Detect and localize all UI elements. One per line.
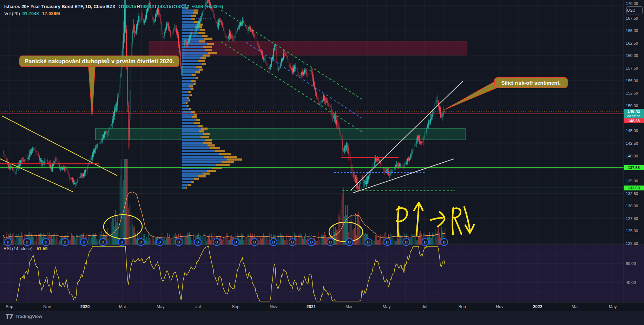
svg-text:D: D bbox=[405, 240, 408, 244]
symbol-title[interactable]: Ishares 20+ Year Treasury Bond ETF, 1D, … bbox=[4, 4, 116, 9]
price-axis-label: 130.00 bbox=[626, 204, 638, 208]
time-axis-label: May bbox=[609, 304, 617, 309]
price-axis-label: 150.00 bbox=[626, 104, 638, 108]
time-axis-label: May bbox=[157, 304, 165, 309]
time-axis-label: Mar bbox=[346, 304, 353, 309]
svg-text:D: D bbox=[386, 240, 389, 244]
time-axis-label: Nov bbox=[270, 304, 277, 309]
price-axis-label: 142.50 bbox=[626, 141, 638, 145]
support-level-badge-133: 133.68 bbox=[624, 186, 644, 190]
price-axis-label: 167.50 bbox=[626, 16, 638, 20]
price-axis-label: 122.50 bbox=[626, 241, 638, 246]
time-axis-label: Jul bbox=[422, 304, 427, 309]
time-axis-label: Sep bbox=[232, 304, 239, 309]
volume-bars bbox=[3, 159, 445, 245]
price-axis-label: 155.00 bbox=[626, 79, 638, 83]
callout-risk-off-text: Sílící risk-off sentiment. bbox=[501, 80, 560, 86]
ohlc-value: 148.15 bbox=[157, 4, 171, 9]
svg-text:D: D bbox=[139, 240, 142, 244]
last-price-badge: 148.42 06:27:56 bbox=[624, 109, 644, 118]
time-axis-label: Jul bbox=[195, 304, 201, 309]
svg-text:D: D bbox=[215, 240, 218, 244]
svg-text:D: D bbox=[196, 240, 199, 244]
price-axis-label: 140.00 bbox=[626, 154, 638, 158]
tradingview-logo-text: TradingView bbox=[15, 314, 42, 319]
chart-canvas[interactable]: DDDDDDDDDDDDDDDDDDDDDDDD bbox=[0, 0, 644, 325]
price-axis-label: 160.00 bbox=[626, 53, 638, 58]
price-axis-label: 135.00 bbox=[626, 179, 638, 183]
ohlc-value: 148.42 bbox=[175, 4, 189, 9]
tradingview-logo[interactable]: TradingView bbox=[6, 314, 42, 319]
rsi-pane-background bbox=[0, 245, 644, 302]
rsi-value: 51.59 bbox=[37, 246, 47, 251]
symbol-legend[interactable]: Ishares 20+ Year Treasury Bond ETF, 1D, … bbox=[4, 3, 223, 17]
callout-panic-buying[interactable]: Panické nakupování dluhopisů v prvním čt… bbox=[19, 56, 179, 67]
time-axis-label: Mar bbox=[119, 304, 126, 309]
svg-text:D: D bbox=[101, 240, 104, 244]
time-axis-label: Mar bbox=[572, 304, 579, 309]
price-axis-label: 40.00 bbox=[626, 280, 636, 285]
legend-row-main: Ishares 20+ Year Treasury Bond ETF, 1D, … bbox=[4, 3, 223, 10]
volume-label[interactable]: Vol (20) bbox=[4, 11, 20, 16]
price-axis-label: 125.00 bbox=[626, 229, 638, 233]
time-axis-label: Sep bbox=[458, 304, 466, 309]
legend-row-volume: Vol (20) 91.704K 17.036M bbox=[4, 10, 223, 17]
ohlc-value: 148.15 bbox=[122, 4, 136, 9]
price-axis-label: 165.00 bbox=[626, 28, 638, 33]
bar-countdown: 06:27:56 bbox=[624, 114, 644, 118]
time-axis[interactable] bbox=[0, 303, 644, 311]
svg-text:D: D bbox=[26, 240, 28, 244]
last-price-value: 148.42 bbox=[624, 109, 644, 114]
svg-text:D: D bbox=[177, 240, 180, 244]
alert-price-badge: 148.38 bbox=[624, 118, 644, 123]
price-axis-label: 60.00 bbox=[626, 261, 636, 266]
rsi-legend[interactable]: RSI (14, close) 51.59 bbox=[4, 246, 47, 251]
ohlc-key: L bbox=[155, 4, 157, 9]
change-value: +0.64 (+0.43%) bbox=[192, 4, 223, 9]
price-axis-label: 157.50 bbox=[626, 66, 638, 70]
svg-text:D: D bbox=[310, 240, 313, 244]
volume-ma-value: 17.036M bbox=[42, 11, 60, 16]
ohlc-values: O148.15H148.42L148.15C148.42 bbox=[118, 4, 189, 9]
time-axis-label: Nov bbox=[496, 304, 503, 309]
svg-text:D: D bbox=[64, 240, 66, 244]
svg-text:D: D bbox=[329, 240, 332, 244]
callout-risk-off[interactable]: Sílící risk-off sentiment. bbox=[494, 77, 568, 88]
rsi-label: RSI (14, close) bbox=[4, 246, 33, 251]
svg-text:D: D bbox=[120, 240, 123, 244]
ohlc-key: O bbox=[119, 4, 122, 9]
time-axis-label: Sep bbox=[6, 304, 13, 309]
time-axis-label: 2020 bbox=[80, 304, 90, 309]
tradingview-chart-window: DDDDDDDDDDDDDDDDDDDDDDDD Ishares 20+ Yea… bbox=[0, 0, 644, 325]
demand-zone bbox=[96, 128, 465, 140]
svg-text:D: D bbox=[158, 240, 161, 244]
currency-badge[interactable]: USD bbox=[626, 6, 643, 14]
volume-ma-line bbox=[3, 192, 445, 238]
svg-text:D: D bbox=[291, 240, 294, 244]
svg-text:D: D bbox=[348, 240, 351, 244]
time-axis-label: 2022 bbox=[533, 304, 543, 309]
svg-text:D: D bbox=[234, 240, 237, 244]
price-axis-label: 132.50 bbox=[626, 191, 638, 196]
price-axis-label: 145.00 bbox=[626, 129, 638, 133]
callout-panic-buying-text: Panické nakupování dluhopisů v prvním čt… bbox=[25, 58, 174, 65]
volume-value: 91.704K bbox=[22, 11, 40, 16]
callout1-tail[interactable] bbox=[88, 66, 95, 117]
channel-green-bottom[interactable] bbox=[221, 42, 362, 132]
support-level-badge-137: 137.68 bbox=[624, 165, 644, 170]
price-axis-label: 170.00 bbox=[626, 1, 638, 6]
price-axis-label: 127.50 bbox=[626, 216, 638, 221]
price-axis-label: 152.50 bbox=[626, 91, 638, 95]
time-axis-label: May bbox=[383, 304, 391, 309]
svg-text:D: D bbox=[443, 240, 446, 244]
svg-text:D: D bbox=[367, 240, 370, 244]
svg-text:D: D bbox=[272, 240, 275, 244]
tradingview-logo-icon bbox=[6, 314, 13, 319]
callout2-tail[interactable] bbox=[445, 82, 497, 110]
time-axis-label: 2021 bbox=[307, 304, 316, 309]
svg-text:D: D bbox=[7, 240, 9, 244]
price-axis-label: 162.50 bbox=[626, 41, 638, 45]
ohlc-key: C bbox=[172, 4, 175, 9]
svg-text:D: D bbox=[253, 240, 256, 244]
ohlc-key: H bbox=[137, 4, 140, 9]
